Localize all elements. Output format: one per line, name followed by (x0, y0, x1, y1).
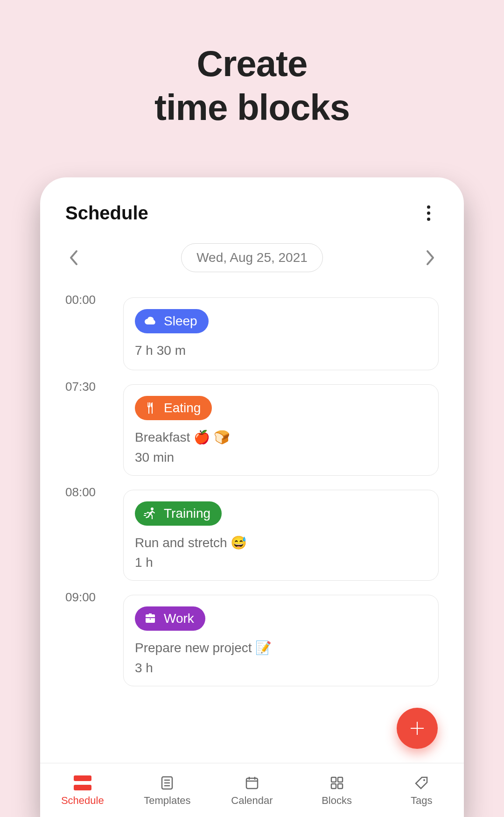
time-slot: 09:00 Work Prepare new project 📝 3 h (65, 589, 439, 695)
nav-label: Tags (411, 795, 432, 807)
nav-tags[interactable]: Tags (379, 763, 464, 817)
block-tag-label: Work (164, 611, 194, 626)
plus-icon (409, 720, 426, 737)
hero-title: Create time blocks (0, 0, 504, 129)
dots-icon (427, 205, 430, 209)
blocks-icon (329, 774, 345, 792)
more-menu-button[interactable] (418, 203, 439, 224)
nav-schedule[interactable]: Schedule (40, 763, 125, 817)
svg-rect-11 (331, 784, 336, 789)
chevron-right-icon (425, 250, 435, 266)
date-picker-chip[interactable]: Wed, Aug 25, 2021 (181, 243, 323, 272)
block-description: Run and stretch 😅 (135, 534, 427, 552)
block-duration: 30 min (135, 450, 427, 465)
nav-templates[interactable]: Templates (125, 763, 210, 817)
block-tag: Training (135, 501, 222, 526)
app-header: Schedule (40, 177, 464, 224)
block-duration: 7 h 30 m (135, 342, 427, 359)
block-duration: 3 h (135, 661, 427, 676)
nav-calendar[interactable]: Calendar (210, 763, 294, 817)
time-block-card[interactable]: Work Prepare new project 📝 3 h (123, 595, 439, 686)
date-navigator: Wed, Aug 25, 2021 (40, 224, 464, 282)
block-tag: Sleep (135, 309, 209, 333)
nav-label: Blocks (322, 795, 352, 807)
time-label: 08:00 (65, 484, 117, 590)
time-slot: 08:00 Training Run and stretch 😅 1 h (65, 484, 439, 590)
phone-frame: Schedule Wed, Aug 25, 2021 00:00 (40, 177, 464, 817)
time-slot: 07:30 Eating Breakfast 🍎 🍞 30 min (65, 379, 439, 484)
svg-point-0 (151, 507, 154, 510)
templates-icon (159, 774, 175, 792)
tag-icon (413, 774, 429, 792)
time-label: 00:00 (65, 292, 117, 379)
nav-label: Templates (144, 795, 190, 807)
timeline: 00:00 Sleep 7 h 30 m 07:30 Eatin (40, 282, 464, 695)
time-slot: 00:00 Sleep 7 h 30 m (65, 292, 439, 379)
utensils-icon (143, 401, 157, 415)
block-description: Breakfast 🍎 🍞 (135, 429, 427, 446)
schedule-icon (74, 774, 91, 792)
hero-line2: time blocks (0, 86, 504, 130)
prev-day-button[interactable] (65, 249, 82, 266)
block-tag: Work (135, 606, 205, 631)
next-day-button[interactable] (422, 249, 439, 266)
hero-line1: Create (0, 42, 504, 86)
time-block-card[interactable]: Training Run and stretch 😅 1 h (123, 490, 439, 581)
add-block-fab[interactable] (397, 708, 438, 749)
block-duration: 1 h (135, 555, 427, 570)
screen-title: Schedule (65, 203, 148, 224)
block-tag: Eating (135, 396, 212, 420)
time-label: 09:00 (65, 589, 117, 695)
running-icon (143, 507, 157, 521)
nav-label: Schedule (61, 795, 104, 807)
nav-blocks[interactable]: Blocks (294, 763, 379, 817)
nav-label: Calendar (231, 795, 273, 807)
block-tag-label: Sleep (164, 314, 197, 329)
briefcase-icon (143, 612, 157, 626)
date-label: Wed, Aug 25, 2021 (196, 250, 308, 265)
cloud-icon (143, 314, 157, 328)
bottom-nav: Schedule Templates Calendar Blocks Tags (40, 763, 464, 817)
block-tag-label: Training (164, 506, 210, 521)
chevron-left-icon (69, 250, 79, 266)
time-block-card[interactable]: Eating Breakfast 🍎 🍞 30 min (123, 384, 439, 476)
svg-rect-5 (246, 778, 258, 789)
block-description: Prepare new project 📝 (135, 639, 427, 657)
svg-rect-10 (338, 777, 343, 782)
calendar-icon (244, 774, 260, 792)
svg-rect-12 (338, 784, 343, 789)
time-block-card[interactable]: Sleep 7 h 30 m (123, 297, 439, 370)
svg-rect-9 (331, 777, 336, 782)
block-tag-label: Eating (164, 401, 201, 416)
svg-point-13 (423, 779, 425, 781)
time-label: 07:30 (65, 379, 117, 484)
